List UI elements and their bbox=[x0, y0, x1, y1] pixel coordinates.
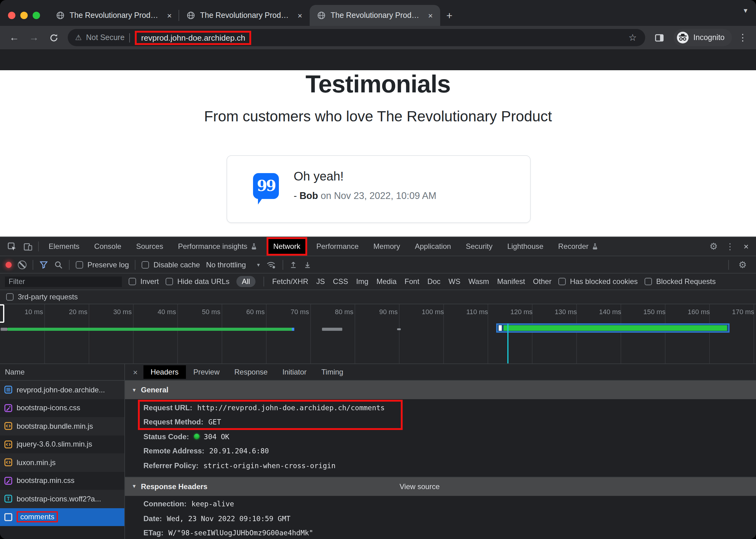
network-conditions-icon[interactable] bbox=[266, 260, 276, 269]
disable-cache-checkbox[interactable]: Disable cache bbox=[142, 260, 200, 269]
url-text[interactable]: revprod.john-doe.archidep.ch bbox=[141, 33, 245, 42]
tab-close-icon[interactable]: × bbox=[295, 11, 305, 20]
device-toolbar-icon[interactable] bbox=[20, 238, 36, 255]
record-network-log-button[interactable] bbox=[6, 262, 12, 268]
stylesheet-file-icon bbox=[4, 404, 12, 412]
filter-chip-css[interactable]: CSS bbox=[333, 277, 348, 286]
devtools-tab-lighthouse[interactable]: Lighthouse bbox=[500, 237, 551, 256]
tab-close-icon[interactable]: × bbox=[165, 11, 174, 20]
filter-chip-other[interactable]: Other bbox=[533, 277, 552, 286]
bookmark-star-icon[interactable]: ☆ bbox=[627, 32, 638, 43]
close-details-icon[interactable]: × bbox=[127, 367, 143, 377]
tab-search-chevron-icon[interactable]: ▾ bbox=[744, 6, 747, 15]
filter-chip-media[interactable]: Media bbox=[377, 277, 396, 286]
filter-chip-all[interactable]: All bbox=[236, 276, 255, 287]
import-har-icon[interactable] bbox=[289, 260, 297, 269]
filter-input[interactable] bbox=[5, 276, 122, 287]
details-tab-headers[interactable]: Headers bbox=[143, 365, 186, 379]
invert-checkbox[interactable]: Invert bbox=[129, 277, 159, 286]
minimize-window-button[interactable] bbox=[20, 12, 28, 19]
request-row-script[interactable]: luxon.min.js bbox=[0, 453, 124, 472]
filter-chip-js[interactable]: JS bbox=[316, 277, 325, 286]
browser-tab[interactable]: The Revolutionary Product× bbox=[49, 5, 179, 26]
general-section-header[interactable]: ▼ General bbox=[125, 381, 756, 399]
filter-funnel-icon[interactable] bbox=[39, 261, 48, 269]
details-tab-timing[interactable]: Timing bbox=[314, 365, 351, 379]
filter-chip-doc[interactable]: Doc bbox=[427, 277, 441, 286]
clear-network-log-icon[interactable] bbox=[18, 260, 27, 269]
timeline-window-handle[interactable] bbox=[0, 304, 4, 323]
devtools-tab-elements[interactable]: Elements bbox=[41, 237, 87, 256]
devtools-close-icon[interactable]: × bbox=[739, 242, 754, 251]
devtools-tab-application[interactable]: Application bbox=[408, 237, 458, 256]
devtools-tab-memory[interactable]: Memory bbox=[366, 237, 408, 256]
view-source-link[interactable]: View source bbox=[399, 482, 440, 491]
devtools-settings-gear-icon[interactable]: ⚙ bbox=[706, 241, 722, 252]
request-row-script[interactable]: bootstrap.bundle.min.js bbox=[0, 417, 124, 435]
header-value: 20.91.204.6:80 bbox=[209, 447, 269, 456]
invert-label: Invert bbox=[140, 277, 159, 286]
response-headers-section-header[interactable]: ▼ Response Headers View source bbox=[125, 477, 756, 496]
request-row-script[interactable]: jquery-3.6.0.slim.min.js bbox=[0, 435, 124, 453]
side-panel-icon[interactable] bbox=[651, 29, 669, 46]
blocked-requests-checkbox[interactable]: Blocked Requests bbox=[645, 277, 716, 286]
browser-menu-icon[interactable]: ⋮ bbox=[734, 32, 751, 43]
request-list-header[interactable]: Name bbox=[0, 364, 124, 381]
third-party-requests-checkbox[interactable]: 3rd-party requests bbox=[6, 293, 78, 301]
divider bbox=[33, 260, 33, 270]
filter-chip-manifest[interactable]: Manifest bbox=[497, 277, 525, 286]
reload-button[interactable] bbox=[44, 29, 63, 46]
devtools-menu-icon[interactable]: ⋮ bbox=[723, 242, 737, 251]
has-blocked-cookies-checkbox[interactable]: Has blocked cookies bbox=[558, 277, 638, 286]
request-row-stylesheet[interactable]: bootstrap.min.css bbox=[0, 472, 124, 490]
devtools-tab-recorder[interactable]: Recorder bbox=[551, 237, 606, 256]
timeline-selected-request-bar[interactable] bbox=[496, 323, 729, 333]
export-har-icon[interactable] bbox=[304, 260, 311, 269]
search-icon[interactable] bbox=[54, 260, 63, 269]
header-value: W/"98-seeIWlUogJUHbOmz9G00ae4hdMk" bbox=[169, 529, 313, 537]
details-tab-preview[interactable]: Preview bbox=[186, 365, 227, 379]
filter-chip-font[interactable]: Font bbox=[404, 277, 419, 286]
hide-data-urls-checkbox[interactable]: Hide data URLs bbox=[166, 277, 229, 286]
preserve-log-checkbox[interactable]: Preserve log bbox=[76, 260, 129, 269]
devtools-tab-performance[interactable]: Performance bbox=[309, 237, 366, 256]
divider bbox=[125, 473, 756, 477]
incognito-badge[interactable]: Incognito bbox=[674, 29, 732, 46]
network-settings-gear-icon[interactable]: ⚙ bbox=[735, 259, 750, 270]
devtools-tab-performance-insights[interactable]: Performance insights bbox=[171, 237, 264, 256]
request-row-stylesheet[interactable]: bootstrap-icons.css bbox=[0, 399, 124, 417]
filter-chip-fetch-xhr[interactable]: Fetch/XHR bbox=[272, 277, 308, 286]
third-party-label: 3rd-party requests bbox=[18, 293, 78, 301]
preserve-log-label: Preserve log bbox=[88, 260, 129, 269]
security-chip[interactable]: ⚠ Not Secure bbox=[75, 33, 125, 42]
request-row-font[interactable]: Tbootstrap-icons.woff2?a... bbox=[0, 490, 124, 508]
details-tab-initiator[interactable]: Initiator bbox=[275, 365, 314, 379]
browser-tab[interactable]: The Revolutionary Product× bbox=[179, 5, 309, 26]
request-row-fetch[interactable]: comments bbox=[0, 508, 124, 526]
new-tab-button[interactable]: + bbox=[440, 10, 460, 26]
request-row-document[interactable]: revprod.john-doe.archide... bbox=[0, 381, 124, 399]
details-tab-response[interactable]: Response bbox=[227, 365, 275, 379]
header-row: Request URL:http://revprod.john-doe.arch… bbox=[125, 400, 756, 415]
triangle-down-icon: ▼ bbox=[132, 387, 137, 393]
header-row: Referrer Policy:strict-origin-when-cross… bbox=[125, 458, 756, 473]
filter-chip-ws[interactable]: WS bbox=[448, 277, 460, 286]
devtools-tab-console[interactable]: Console bbox=[87, 237, 129, 256]
filter-chip-img[interactable]: Img bbox=[356, 277, 369, 286]
address-bar[interactable]: ⚠ Not Secure revprod.john-doe.archidep.c… bbox=[68, 29, 646, 46]
tab-close-icon[interactable]: × bbox=[426, 11, 435, 20]
network-overview-timeline[interactable]: 10 ms20 ms30 ms40 ms50 ms60 ms70 ms80 ms… bbox=[0, 304, 756, 364]
devtools-tab-security[interactable]: Security bbox=[458, 237, 500, 256]
forward-button[interactable]: → bbox=[25, 29, 43, 46]
devtools-tab-sources[interactable]: Sources bbox=[129, 237, 171, 256]
back-button[interactable]: ← bbox=[5, 29, 24, 46]
timeline-tick-label: 50 ms bbox=[194, 308, 229, 315]
maximize-window-button[interactable] bbox=[33, 12, 40, 19]
browser-tab[interactable]: The Revolutionary Product× bbox=[309, 5, 440, 26]
throttling-select[interactable]: No throttling ▾ bbox=[206, 260, 260, 269]
devtools-tab-network[interactable]: Network bbox=[267, 237, 307, 256]
inspect-element-icon[interactable] bbox=[4, 238, 20, 255]
close-window-button[interactable] bbox=[8, 12, 15, 19]
browser-window: The Revolutionary Product×The Revolution… bbox=[0, 0, 756, 539]
filter-chip-wasm[interactable]: Wasm bbox=[468, 277, 489, 286]
